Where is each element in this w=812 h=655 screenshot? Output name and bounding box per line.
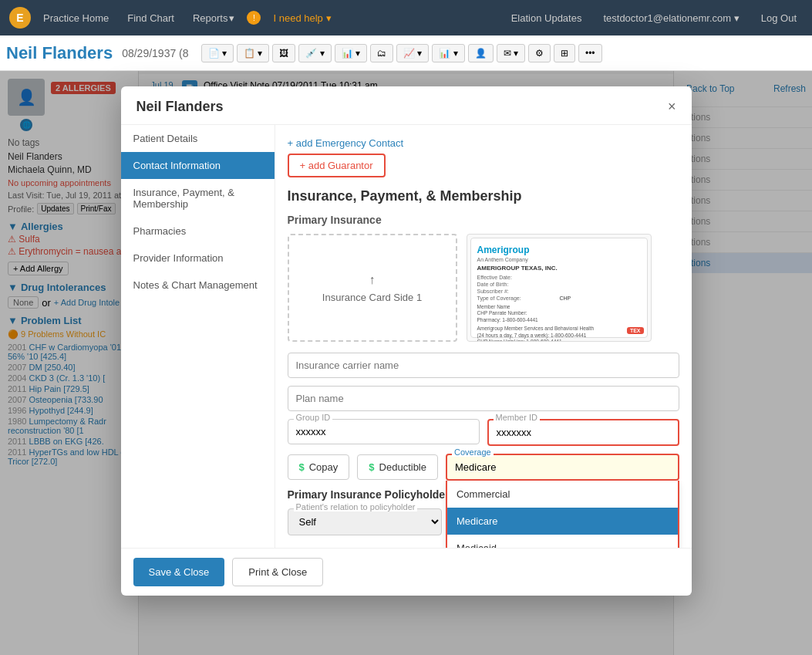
id-fields-row: Group ID Member ID	[288, 419, 679, 446]
coverage-select[interactable]: Commercial Medicare Medicaid Worker's Co…	[446, 454, 679, 481]
alert-icon: !	[247, 11, 261, 25]
plan-name-input[interactable]	[288, 386, 679, 411]
deductible-button[interactable]: $ Deductible	[357, 454, 438, 480]
dropdown-item-commercial[interactable]: Commercial	[447, 481, 678, 508]
page-layout: 👤 🌐 2 ALLERGIES No tags Neil Flanders Mi…	[0, 71, 812, 655]
nav-logout[interactable]: Log Out	[755, 9, 803, 27]
nav-provider-information[interactable]: Provider Information	[121, 245, 275, 272]
amerigroup-card-footer: Member Name CHP Panrate Number: Pharmacy…	[477, 304, 641, 323]
toolbar-mail-btn[interactable]: ✉ ▾	[497, 44, 525, 62]
nav-contact-information[interactable]: Contact Information	[121, 152, 275, 179]
modal-content: + add Emergency Contact + add Guarantor …	[275, 125, 692, 548]
toolbar-doc-btn[interactable]: 📄 ▾	[201, 44, 234, 62]
toolbar-syringe-btn[interactable]: 💉 ▾	[298, 44, 331, 62]
nav-elation-updates[interactable]: Elation Updates	[505, 9, 588, 27]
dob-label: Date of Birth:	[477, 282, 509, 287]
patient-toolbar: Neil Flanders 08/29/1937 (8 📄 ▾ 📋 ▾ 🖼 💉 …	[0, 35, 812, 71]
upload-icon	[369, 273, 376, 287]
chevron-down-icon: ▾	[734, 12, 740, 24]
subscriber-label: Subscriber #:	[477, 289, 509, 294]
amerigroup-logo: Amerigroup	[477, 245, 641, 255]
coverage-dropdown-open: Commercial Medicare Medicaid Worker's Co…	[446, 481, 679, 548]
nav-right-area: Elation Updates testdoctor1@elationemr.c…	[505, 9, 803, 27]
nav-pharmacies[interactable]: Pharmacies	[121, 218, 275, 245]
modal-title: Neil Flanders	[136, 99, 224, 115]
save-close-button[interactable]: Save & Close	[133, 558, 225, 586]
amerigroup-company-tag: An Anthem Company	[477, 257, 641, 262]
card-side-label: Insurance Card Side 1	[322, 292, 422, 303]
top-navigation: E Practice Home Find Chart Reports ▾ ! I…	[0, 0, 812, 35]
toolbar-doc2-btn[interactable]: 📋 ▾	[237, 44, 269, 62]
app-logo: E	[9, 7, 31, 29]
group-id-input[interactable]	[288, 419, 480, 444]
relation-select[interactable]: Self	[288, 508, 442, 535]
toolbar-person-btn[interactable]: 👤	[468, 44, 494, 62]
toolbar-grid-btn[interactable]: ⊞	[554, 44, 575, 62]
toolbar-img-btn[interactable]: 🖼	[272, 44, 295, 62]
add-guarantor-button[interactable]: + add Guarantor	[288, 154, 386, 177]
toolbar-bar-btn[interactable]: 📊 ▾	[432, 44, 464, 62]
coverage-type-label: Type of Coverage:	[477, 295, 521, 301]
nav-reports[interactable]: Reports ▾	[187, 9, 241, 27]
coverage-select-wrapper: Coverage Commercial Medicare Medicaid Wo…	[446, 454, 679, 481]
modal-overlay: Neil Flanders × Patient Details Contact …	[0, 71, 812, 655]
dollar-icon-copay: $	[299, 461, 305, 473]
insurance-cards-row: Insurance Card Side 1 Amerigroup An Anth…	[288, 234, 679, 342]
amerigroup-footer2: Amerigroup Member Services and Behaviora…	[477, 326, 641, 342]
nav-help[interactable]: I need help ▾	[267, 9, 337, 27]
group-id-wrapper: Group ID	[288, 419, 480, 444]
member-id-input[interactable]	[487, 419, 679, 446]
coverage-label: Coverage	[452, 447, 494, 457]
group-id-col: Group ID	[288, 419, 480, 446]
primary-insurance-label: Primary Insurance	[288, 214, 679, 226]
relation-label: Patient's relation to policyholder	[294, 502, 418, 512]
modal-body: Patient Details Contact Information Insu…	[121, 125, 692, 548]
toolbar-buttons: 📄 ▾ 📋 ▾ 🖼 💉 ▾ 📊 ▾ 🗂 📈 ▾ 📊 ▾ 👤 ✉ ▾ ⚙ ⊞ ••…	[201, 44, 602, 62]
add-emergency-contact-link[interactable]: + add Emergency Contact	[288, 137, 679, 149]
copay-button[interactable]: $ Copay	[288, 454, 350, 480]
eff-date-label: Effective Date:	[477, 275, 512, 280]
dropdown-item-medicare[interactable]: Medicare	[447, 508, 678, 535]
coverage-type-value: CHP	[560, 295, 571, 301]
amerigroup-card: Amerigroup An Anthem Company AMERIGROUP …	[470, 238, 648, 338]
member-id-label: Member ID	[494, 413, 540, 422]
plan-name-field	[288, 386, 679, 411]
insurance-section-title: Insurance, Payment, & Membership	[288, 188, 679, 204]
nav-notes-chart[interactable]: Notes & Chart Management	[121, 272, 275, 299]
modal-header: Neil Flanders ×	[121, 86, 692, 125]
modal-footer: Save & Close Print & Close	[121, 548, 692, 596]
toolbar-layers-btn[interactable]: 🗂	[370, 44, 393, 62]
insurance-card-upload[interactable]: Insurance Card Side 1	[288, 234, 457, 342]
nav-insurance-payment[interactable]: Insurance, Payment, & Membership	[121, 179, 275, 218]
member-id-col: Member ID	[487, 419, 679, 446]
modal-dialog: Neil Flanders × Patient Details Contact …	[121, 86, 692, 596]
nav-user-email[interactable]: testdoctor1@elationemr.com ▾	[597, 9, 745, 27]
copay-label: Copay	[309, 461, 339, 473]
amerigroup-badge: TEX	[627, 327, 644, 334]
copay-deductible-row: $ Copay $ Deductible Coverage Commercial	[288, 454, 679, 481]
amerigroup-card-image: Amerigroup An Anthem Company AMERIGROUP …	[467, 234, 652, 342]
carrier-name-field	[288, 353, 679, 378]
toolbar-chart-btn[interactable]: 📈 ▾	[396, 44, 429, 62]
member-id-wrapper: Member ID	[487, 419, 679, 446]
print-close-button[interactable]: Print & Close	[232, 558, 323, 586]
chevron-down-icon: ▾	[229, 12, 234, 24]
amerigroup-company-name: AMERIGROUP TEXAS, INC.	[477, 265, 641, 272]
amerigroup-card-grid: Effective Date: Date of Birth: Subscribe…	[477, 275, 641, 301]
nav-find-chart[interactable]: Find Chart	[121, 9, 180, 27]
modal-close-button[interactable]: ×	[668, 99, 676, 115]
patient-name-toolbar: Neil Flanders	[6, 43, 113, 63]
toolbar-table-btn[interactable]: 📊 ▾	[335, 44, 367, 62]
dropdown-item-medicaid[interactable]: Medicaid	[447, 535, 678, 548]
dollar-icon-deductible: $	[369, 461, 374, 473]
chevron-down-icon: ▾	[326, 12, 332, 24]
modal-navigation: Patient Details Contact Information Insu…	[121, 125, 275, 548]
nav-patient-details[interactable]: Patient Details	[121, 125, 275, 152]
toolbar-more-btn[interactable]: •••	[578, 44, 602, 62]
nav-practice-home[interactable]: Practice Home	[37, 9, 115, 27]
deductible-label: Deductible	[379, 461, 426, 473]
group-id-label: Group ID	[294, 413, 333, 422]
toolbar-gear-btn[interactable]: ⚙	[528, 44, 551, 62]
carrier-name-input[interactable]	[288, 353, 679, 378]
patient-dob-toolbar: 08/29/1937 (8	[122, 47, 188, 59]
